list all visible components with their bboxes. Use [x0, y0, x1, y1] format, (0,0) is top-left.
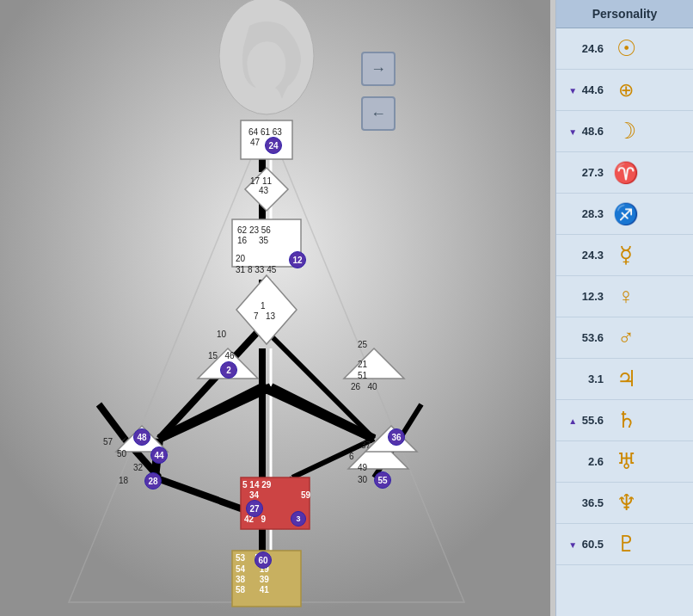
left-18: 18: [119, 476, 128, 485]
badge-60: 60: [255, 551, 272, 569]
sacral-top: 5 14 29: [242, 480, 271, 490]
badge-36: 36: [388, 428, 405, 446]
personality-row-south-node: 28.3 ♐: [556, 194, 693, 235]
south-node-value: 28.3: [563, 207, 610, 220]
badge-44: 44: [150, 447, 168, 464]
pluto-value: ▼ 60.5: [563, 538, 610, 551]
uranus-symbol: ♅: [610, 448, 641, 475]
back-button[interactable]: ←: [361, 96, 396, 131]
sacral-59: 59: [301, 490, 310, 500]
badge-28: 28: [144, 472, 162, 490]
neptune-value: 36.5: [563, 496, 610, 509]
throat-numbers-bot: 16 35: [237, 236, 268, 245]
throat-numbers-top: 62 23 56: [237, 225, 271, 235]
badge-27: 27: [246, 500, 263, 517]
solar-6: 6: [349, 452, 364, 461]
root-mid2: 38 39: [236, 575, 269, 584]
solar-30: 30: [358, 475, 367, 484]
mercury-value: 24.3: [563, 249, 610, 262]
personality-panel: Personality 24.6 ☉ ▼ 44.6 ⊕ ▼ 48.6 ☽ 27.…: [555, 0, 693, 616]
bodygraph-svg: [0, 0, 550, 616]
personality-row-sun: 24.6 ☉: [556, 28, 693, 70]
badge-2: 2: [220, 361, 237, 379]
left-57: 57: [103, 437, 113, 447]
personality-row-mars: 53.6 ♂: [556, 317, 693, 359]
uranus-value: 2.6: [563, 455, 610, 468]
ajna-numbers-top: 17 11: [250, 176, 272, 186]
jupiter-value: 3.1: [563, 373, 610, 385]
personality-row-jupiter: 3.1 ♃: [556, 359, 693, 400]
saturn-value: ▲ 55.6: [563, 414, 610, 427]
spleen-21: 21: [358, 360, 367, 369]
personality-row-pluto: ▼ 60.5 ♇: [556, 524, 693, 565]
sun-value: 24.6: [563, 42, 610, 55]
root-bot: 58 41: [236, 585, 269, 594]
pluto-symbol: ♇: [610, 531, 641, 557]
earth-value: ▼ 44.6: [563, 83, 610, 96]
earth-symbol: ⊕: [610, 79, 641, 102]
jupiter-symbol: ♃: [610, 366, 641, 392]
solar-49: 49: [358, 463, 367, 472]
moon-triangle: ▼: [568, 127, 577, 137]
badge-12: 12: [289, 251, 306, 268]
personality-row-mercury: 24.3 ☿: [556, 235, 693, 276]
left-32: 32: [133, 463, 143, 472]
venus-value: 12.3: [563, 290, 610, 303]
head-numbers-top: 64 61 63: [248, 127, 282, 137]
sun-symbol: ☉: [610, 35, 641, 62]
personality-row-uranus: 2.6 ♅: [556, 441, 693, 483]
ajna-numbers-bot: 43: [259, 186, 268, 195]
personality-row-earth: ▼ 44.6 ⊕: [556, 70, 693, 111]
g-numbers-one: 1: [261, 301, 266, 311]
badge-3: 3: [291, 511, 306, 527]
earth-triangle: ▼: [568, 86, 577, 95]
personality-row-moon: ▼ 48.6 ☽: [556, 111, 693, 152]
personality-row-neptune: 36.5 ♆: [556, 483, 693, 524]
forward-button[interactable]: →: [361, 52, 396, 86]
spleen-25: 25: [358, 340, 367, 349]
left-50: 50: [117, 449, 126, 459]
will-10: 10: [217, 330, 226, 339]
badge-48: 48: [133, 428, 150, 446]
north-node-value: 27.3: [563, 166, 610, 179]
spleen-2640: 26 40: [351, 382, 377, 391]
badge-55: 55: [374, 471, 391, 489]
g-numbers-top: 20: [236, 254, 257, 263]
g-numbers-713: 7 13: [254, 311, 275, 321]
south-node-symbol: ♐: [610, 202, 641, 226]
personality-row-north-node: 27.3 ♈: [556, 152, 693, 194]
solar-37: 37: [361, 440, 371, 450]
personality-title: Personality: [556, 0, 693, 28]
moon-value: ▼ 48.6: [563, 125, 610, 138]
sacral-34: 34: [249, 490, 259, 500]
diagram-area: 64 61 63 47 4 17 11 43 62 23 56 16 35 20…: [0, 0, 550, 616]
saturn-symbol: ♄: [610, 407, 641, 434]
mars-value: 53.6: [563, 331, 610, 344]
g-numbers-mid: 31 8 33 45: [236, 265, 276, 274]
personality-row-venus: 12.3 ♀: [556, 276, 693, 317]
personality-row-saturn: ▲ 55.6 ♄: [556, 400, 693, 441]
moon-symbol: ☽: [610, 118, 641, 145]
venus-symbol: ♀: [610, 283, 641, 310]
neptune-symbol: ♆: [610, 490, 641, 516]
will-1546: 15 46: [208, 351, 235, 360]
nav-arrows: → ←: [361, 52, 396, 131]
pluto-triangle: ▼: [568, 540, 577, 550]
badge-24: 24: [265, 137, 282, 154]
mars-symbol: ♂: [610, 324, 641, 351]
saturn-triangle: ▲: [568, 416, 577, 426]
mercury-symbol: ☿: [610, 242, 641, 268]
spleen-51: 51: [358, 371, 367, 380]
north-node-symbol: ♈: [610, 161, 641, 185]
